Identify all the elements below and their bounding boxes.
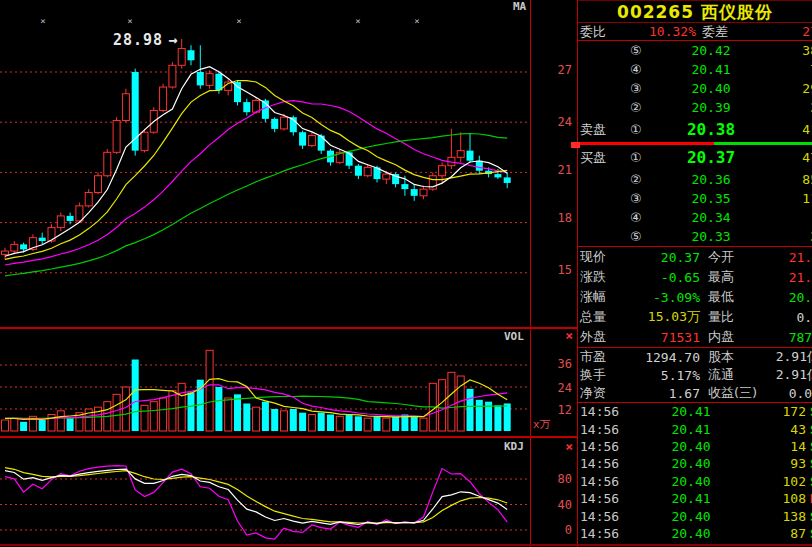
vol-tick-24: 24 [531,381,572,395]
info-label: 最高 [708,268,752,286]
bid-price: 20.36 [652,172,770,187]
ask-qty: 38 [770,43,812,58]
ask-price: 20.38 [652,120,770,139]
svg-text:×: × [236,16,241,26]
bid-price: 20.34 [652,210,770,225]
kdj-pane-close-icon[interactable]: × [565,441,573,453]
info-label: 最低 [708,288,752,306]
quote-info-row: 总量15.03万量比0.7 [578,307,812,327]
quote-info-row: 净资1.67收益(三)0.01 [578,384,812,402]
transaction-row[interactable]: 14:5620.40102S [578,473,812,490]
transaction-row[interactable]: 14:5620.4087S [578,525,812,542]
price-tick-18: 18 [531,211,572,225]
tx-side-flag: S [806,456,812,471]
tx-price: 20.41 [628,491,754,506]
vol-tick-36: 36 [531,357,572,371]
ask-row-①[interactable]: 卖盘①20.3841 [578,117,812,142]
transaction-row[interactable]: 14:5620.4143S [578,420,812,437]
tx-side-flag: S [806,404,812,419]
transaction-row[interactable]: 14:5620.4093S [578,455,812,472]
info-label: 涨幅 [580,288,620,306]
bid-row-①[interactable]: 买盘①20.3747 [578,145,812,170]
tx-side-flag: S [806,474,812,489]
ma-indicator-label: MA [513,0,526,13]
ask-qty: 3 [770,100,812,115]
info-value: -0.65 [620,270,700,285]
transaction-row[interactable]: 14:5620.41108B [578,490,812,507]
ask-row-④[interactable]: ④20.417 [578,60,812,79]
ask-row-②[interactable]: ②20.393 [578,98,812,117]
vol-indicator-label: VOL [504,330,524,343]
bid-qty: 85 [770,172,812,187]
transaction-row[interactable]: 14:5620.41172S [578,403,812,420]
tx-price: 20.40 [628,456,754,471]
level-number-icon: ⑤ [630,43,652,58]
svg-text:×: × [127,16,132,26]
weibi-value: 10.32% [620,24,696,39]
vol-pane-close-icon[interactable]: × [565,330,573,342]
weicha-value: 27 [746,24,812,39]
tx-qty: 138 [754,509,806,524]
ask-qty: 41 [770,122,812,137]
info-label: 换手 [580,366,620,384]
info-value: 21.3 [752,270,812,285]
ask-row-⑤[interactable]: ⑤20.4238 [578,41,812,60]
tx-time: 14:56 [580,474,628,489]
kdj-tick-80: 80 [531,472,572,486]
info-label: 今开 [708,248,752,266]
info-value: 1.67 [620,386,700,401]
tx-time: 14:56 [580,491,628,506]
sell-strength-bar [578,142,714,145]
quote-info-row: 涨幅-3.09%最低20.0 [578,287,812,307]
info-label: 净资 [580,384,620,402]
svg-text:×: × [414,16,419,26]
tx-qty: 43 [754,422,806,437]
kline-chart-canvas[interactable]: ××××× [0,0,530,547]
quote-info-row: 涨跌-0.65最高21.3 [578,267,812,287]
bid-price: 20.35 [652,191,770,206]
tx-price: 20.40 [628,526,754,541]
ask-side-label: 卖盘 [580,121,622,139]
tx-price: 20.40 [628,474,754,489]
svg-text:×: × [40,16,45,26]
ask-row-③[interactable]: ③20.4029 [578,79,812,98]
tx-price: 20.40 [628,509,754,524]
transaction-row[interactable]: 14:5620.4014S [578,438,812,455]
weicha-label: 委差 [702,23,746,41]
level-number-icon: ④ [630,62,652,77]
bid-qty: 11 [770,191,812,206]
tx-side-flag: S [806,509,812,524]
ask-price: 20.42 [652,43,770,58]
buy-strength-bar [714,142,812,145]
window-bottom-border [0,544,812,546]
volume-kdj-separator [0,436,578,438]
bid-price: 20.37 [652,148,770,167]
info-value: 71531 [620,330,700,345]
tx-price: 20.41 [628,422,754,437]
level-number-icon: ④ [630,210,652,225]
info-value: 0.7 [752,310,812,325]
order-book: ⑤20.4238④20.417③20.4029②20.393卖盘①20.3841… [578,41,812,247]
info-label: 量比 [708,308,752,326]
quote-info-row: 外盘71531内盘7879 [578,327,812,347]
bid-row-③[interactable]: ③20.3511 [578,189,812,208]
ask-price: 20.41 [652,62,770,77]
bid-row-④[interactable]: ④20.34 [578,208,812,227]
financial-block: 市盈1294.70股本2.91亿换手5.17%流通2.91亿净资1.67收益(三… [578,348,812,403]
info-value: 20.37 [620,250,700,265]
transaction-row[interactable]: 14:5620.40138S [578,507,812,524]
stock-quote-window: ××××× MA VOL KDJ 28.98→ 27 24 21 18 15 ×… [0,0,812,547]
kdj-tick-0: 0 [531,523,572,537]
svg-text:×: × [355,16,360,26]
bid-row-⑤[interactable]: ⑤20.333 [578,227,812,246]
bid-row-②[interactable]: ②20.3685 [578,170,812,189]
quote-info-row: 换手5.17%流通2.91亿 [578,366,812,384]
tx-time: 14:56 [580,439,628,454]
arrow-right-icon: → [163,31,178,49]
kdj-indicator-label: KDJ [504,440,524,453]
tx-qty: 108 [754,491,806,506]
kline-chart-area[interactable]: ××××× MA VOL KDJ 28.98→ [0,0,530,547]
weibi-label: 委比 [580,23,620,41]
info-value: 15.03万 [620,308,700,326]
info-value: 7879 [752,330,812,345]
